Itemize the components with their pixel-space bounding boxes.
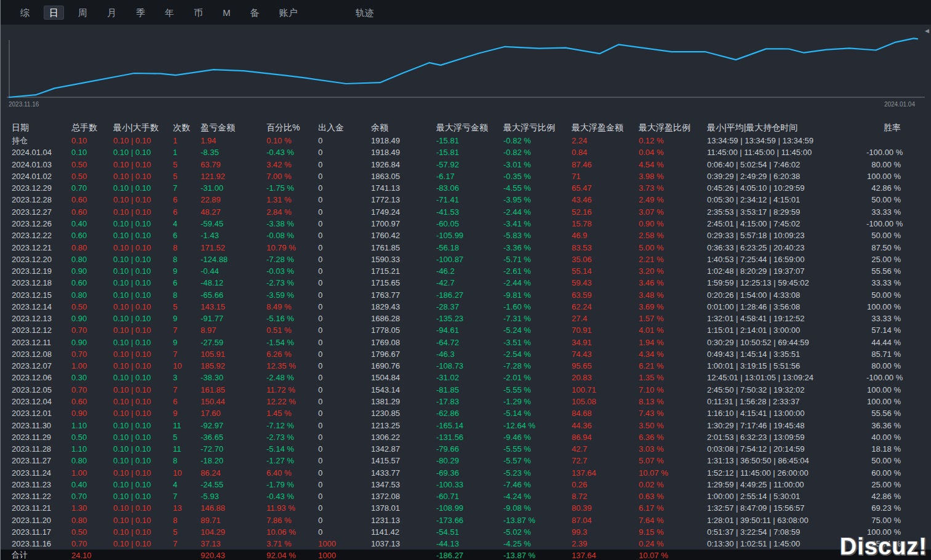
total-lots: 0.70 [71,182,113,194]
menu-item-2[interactable]: 周 [73,6,92,19]
balance: 1749.24 [371,206,436,218]
table-row-2023.12.11[interactable]: 2023.12.110.900.10 | 0.109-27.59-1.54 %0… [1,337,931,348]
max-float-loss-pct: -5.83 % [503,230,572,241]
max-float-loss-pct: -1.29 % [503,396,572,407]
menu-item-6[interactable]: 币 [189,6,208,19]
max-float-loss: -42.7 [436,277,503,289]
max-float-profit: 105.08 [572,396,639,407]
table-row-2023.11.23[interactable]: 2023.11.230.400.10 | 0.104-24.55-1.79 %0… [1,479,931,490]
menu-item-0[interactable]: 综 [15,6,34,19]
hold-time: 2:45:50 | 7:50:32 | 19:32:02 [707,384,866,396]
total-lots: 0.80 [71,514,113,526]
win-rate: 18.18 % [866,443,931,455]
deposit-withdraw: 0 [318,360,371,372]
column-header-trade-count: 次数 [173,121,201,135]
max-float-profit: 87.46 [572,159,639,170]
column-header-max-float-loss: 最大浮亏金额 [436,121,503,135]
table-row-2023.11.28[interactable]: 2023.11.281.100.10 | 0.1011-72.70-5.14 %… [1,443,931,455]
table-row-2023.12.15[interactable]: 2023.12.150.800.10 | 0.108-65.66-3.59 %0… [1,289,931,300]
date: 2023.12.14 [1,301,71,313]
table-row-2023.12.14[interactable]: 2023.12.140.500.10 | 0.105143.158.49 %01… [1,301,931,313]
hold-time: 1:31:13 | 36:50:50 | 86:45:04 [707,455,866,466]
menu-item-1[interactable]: 日 [44,6,63,19]
table-row-2024.01.03[interactable]: 2024.01.030.500.10 | 0.10563.793.42 %019… [1,159,931,170]
table-row-2023.11.21[interactable]: 2023.11.211.300.10 | 0.1013146.8811.93 %… [1,502,931,514]
min-max-lots: 0.10 | 0.10 [113,419,173,431]
balance: 1863.05 [371,170,436,182]
table-row-2023.12.01[interactable]: 2023.12.010.900.10 | 0.10917.601.45 %012… [1,407,931,419]
menu-item-trail[interactable]: 轨迹 [351,6,379,19]
table-row-2023.11.29[interactable]: 2023.11.290.500.10 | 0.105-36.65-2.73 %0… [1,431,931,443]
table-row-2023.12.28[interactable]: 2023.12.280.600.10 | 0.10622.891.31 %017… [1,194,931,206]
balance: 1433.77 [371,466,436,478]
table-row-2023.12.12[interactable]: 2023.12.120.700.10 | 0.1078.970.51 %0177… [1,324,931,336]
pnl-amount: -31.00 [201,182,266,194]
table-row-2023.12.08[interactable]: 2023.12.080.700.10 | 0.107105.916.26 %01… [1,348,931,360]
max-float-loss: -46.2 [436,265,503,277]
hold-time: 1:16:10 | 4:15:41 | 13:00:00 [707,407,866,419]
max-float-loss-pct: -2.44 % [503,206,572,218]
total-lots: 0.70 [71,538,113,550]
deposit-withdraw: 0 [318,230,371,241]
pnl-amount: -8.35 [201,146,266,158]
deposit-withdraw: 0 [318,182,371,194]
max-float-profit-pct: 4.01 % [639,324,707,336]
table-row-持仓[interactable]: 持仓0.100.10 | 0.1011.940.10 %01918.49-15.… [1,135,931,146]
pnl-amount: 63.79 [201,159,266,170]
table-row-2023.11.16[interactable]: 2023.11.160.700.10 | 0.10737.133.71 %100… [1,538,931,550]
min-max-lots: 0.10 | 0.10 [113,360,173,372]
table-row-2023.11.24[interactable]: 2023.11.241.000.10 | 0.101086.246.40 %01… [1,466,931,478]
column-header-total-lots: 总手数 [71,121,113,135]
hold-time: 0:36:33 | 6:23:25 | 20:40:23 [707,241,866,253]
table-row-2023.12.06[interactable]: 2023.12.060.300.10 | 0.103-38.30-2.48 %0… [1,372,931,383]
menu-item-7[interactable]: M [218,6,236,19]
min-max-lots: 0.10 | 0.10 [113,479,173,490]
table-row-2023.12.29[interactable]: 2023.12.290.700.10 | 0.107-31.00-1.75 %0… [1,182,931,194]
date: 2023.11.27 [1,455,71,466]
deposit-withdraw: 1000 [318,538,371,550]
win-rate: 55.56 % [866,407,931,419]
table-row-2024.01.04[interactable]: 2024.01.040.100.10 | 0.101-8.35-0.43 %01… [1,146,931,158]
menu-item-8[interactable]: 备 [246,6,265,19]
deposit-withdraw: 0 [318,218,371,230]
table-row-2023.11.27[interactable]: 2023.11.270.800.10 | 0.108-18.20-1.27 %0… [1,455,931,466]
max-float-loss: -44.13 [436,538,503,550]
table-row-2023.12.21[interactable]: 2023.12.210.800.10 | 0.108171.5210.79 %0… [1,241,931,253]
table-row-2023.12.19[interactable]: 2023.12.190.900.10 | 0.109-0.44-0.03 %01… [1,265,931,277]
menu-item-9[interactable]: 账户 [274,6,303,19]
table-row-2023.12.13[interactable]: 2023.12.130.900.10 | 0.109-91.77-5.16 %0… [1,313,931,324]
table-row-2023.12.18[interactable]: 2023.12.180.600.10 | 0.106-48.12-2.73 %0… [1,277,931,289]
menu-item-5[interactable]: 年 [160,6,179,19]
win-rate: 100.00 % [866,170,931,182]
table-row-2023.11.22[interactable]: 2023.11.220.700.10 | 0.107-5.93-0.43 %01… [1,490,931,502]
date: 2023.12.08 [1,348,71,360]
trade-count: 10 [173,466,201,478]
trade-count: 13 [173,502,201,514]
pnl-amount: -91.77 [201,313,266,324]
table-row-2023.12.27[interactable]: 2023.12.270.600.10 | 0.10648.272.84 %017… [1,206,931,218]
trade-count: 7 [173,384,201,396]
table-row-2023.11.30[interactable]: 2023.11.301.100.10 | 0.1011-92.97-7.12 %… [1,419,931,431]
date: 持仓 [1,135,71,146]
table-row-2023.12.22[interactable]: 2023.12.220.600.10 | 0.106-1.43-0.08 %01… [1,230,931,241]
scroll-left-arrow-icon[interactable]: ◀ [925,28,929,34]
max-float-loss: -28.37 [436,301,503,313]
table-row-2023.12.26[interactable]: 2023.12.260.400.10 | 0.104-59.45-3.38 %0… [1,218,931,230]
pnl-percent: 1.31 % [266,194,318,206]
table-row-2023.12.05[interactable]: 2023.12.050.700.10 | 0.107161.8511.72 %0… [1,384,931,396]
table-row-2023.12.20[interactable]: 2023.12.200.800.10 | 0.108-124.88-7.28 %… [1,254,931,265]
menu-item-3[interactable]: 月 [102,6,121,19]
table-row-2023.12.04[interactable]: 2023.12.040.600.10 | 0.106150.4412.22 %0… [1,396,931,407]
menu-item-4[interactable]: 季 [131,6,150,19]
hold-time: 0:49:43 | 1:45:14 | 3:35:51 [707,348,866,360]
table-row-2023.12.07[interactable]: 2023.12.071.000.10 | 0.1010185.9212.35 %… [1,360,931,372]
balance: 1772.13 [371,194,436,206]
pnl-amount: -38.30 [201,372,266,383]
table-row-2023.11.20[interactable]: 2023.11.200.800.10 | 0.10889.717.86 %012… [1,514,931,526]
pnl-percent: 12.22 % [266,396,318,407]
total-lots: 0.50 [71,170,113,182]
min-max-lots: 0.10 | 0.10 [113,277,173,289]
table-row-2024.01.02[interactable]: 2024.01.020.500.10 | 0.105121.927.00 %01… [1,170,931,182]
trade-count: 5 [173,159,201,170]
table-row-2023.11.17[interactable]: 2023.11.170.500.10 | 0.105104.2910.06 %0… [1,526,931,538]
